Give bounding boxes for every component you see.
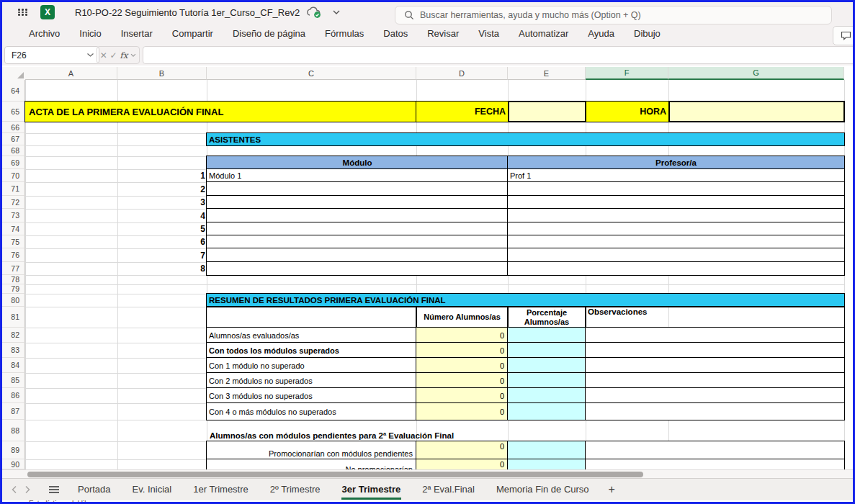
prev-sheet-icon[interactable] [11, 485, 17, 494]
acta-title-cell[interactable]: ACTA DE LA PRIMERA EVALUACIÓN FINAL [25, 102, 416, 122]
resumen-value-cell[interactable]: 0 [416, 388, 508, 403]
row-header-88[interactable]: 88 [2, 420, 25, 441]
row-header-89[interactable]: 89 [2, 441, 25, 459]
column-header-E[interactable]: E [508, 67, 586, 80]
pendientes-percent-cell[interactable] [508, 441, 586, 459]
row-header-64[interactable]: 64 [2, 80, 25, 102]
app-launcher-icon[interactable] [18, 9, 28, 16]
resumen-observaciones-cell[interactable] [586, 403, 844, 420]
row-header-66[interactable]: 66 [2, 122, 25, 133]
sheet-tab-2-eval-final[interactable]: 2ª Eval.Final [421, 480, 475, 500]
document-title[interactable]: R10-PO-22 Seguimiento Tutoría 1er_Curso_… [75, 7, 300, 18]
resumen-percent-cell[interactable] [508, 358, 586, 373]
row-header-76[interactable]: 76 [2, 248, 25, 262]
resumen-observaciones-cell[interactable] [586, 358, 844, 373]
row-header-68[interactable]: 68 [2, 145, 25, 156]
row-header-74[interactable]: 74 [2, 222, 25, 235]
row-header-86[interactable]: 86 [2, 388, 25, 403]
modulo-cell[interactable]: Módulo 1 [207, 169, 508, 182]
resumen-label-cell[interactable]: Con 2 módulos no superados [207, 373, 416, 388]
comments-button[interactable] [833, 26, 855, 45]
row-header-71[interactable]: 71 [2, 182, 25, 196]
insert-function-icon[interactable]: fx [120, 50, 127, 60]
sheet-tab-1er-trimestre[interactable]: 1er Trimestre [192, 480, 249, 500]
profesor-cell[interactable] [508, 222, 844, 235]
profesor-cell[interactable] [508, 262, 844, 275]
workbook-statistics-label[interactable]: Estadísticas del libro [29, 500, 95, 504]
select-all-corner[interactable] [2, 67, 26, 81]
hora-label-cell[interactable]: HORA [586, 102, 668, 122]
menu-item-dibujo[interactable]: Dibujo [634, 28, 661, 39]
name-box[interactable]: F26 [4, 46, 99, 64]
pendientes-observaciones-cell[interactable] [586, 441, 844, 459]
row-header-82[interactable]: 82 [2, 328, 25, 343]
resumen-observaciones-cell[interactable] [586, 388, 844, 403]
resumen-value-cell[interactable]: 0 [416, 373, 508, 388]
column-header-G[interactable]: G [668, 67, 844, 80]
profesor-cell[interactable] [508, 182, 844, 196]
row-header-85[interactable]: 85 [2, 373, 25, 388]
horizontal-scrollbar-thumb[interactable] [27, 472, 643, 477]
row-header-75[interactable]: 75 [2, 235, 25, 248]
menu-item-vista[interactable]: Vista [478, 28, 499, 39]
title-dropdown-chevron-icon[interactable] [332, 9, 341, 15]
resumen-label-cell[interactable]: Con 1 módulo no superado [207, 358, 416, 373]
resumen-header-cell[interactable]: RESUMEN DE RESULTADOS PRIMERA EVALUACIÓN… [207, 294, 844, 307]
sheet-tab-memoria-fin-de-curso[interactable]: Memoria Fin de Curso [496, 480, 590, 500]
pendientes-title-cell[interactable]: Alumnos/as con módulos pendientes para 2… [207, 420, 653, 441]
resumen-observaciones-cell[interactable] [586, 373, 844, 388]
modulo-column-header[interactable]: Módulo [207, 156, 508, 169]
column-header-D[interactable]: D [416, 67, 508, 80]
resumen-value-cell[interactable]: 0 [416, 328, 508, 343]
resumen-blank-header[interactable] [207, 307, 416, 328]
profesor-cell[interactable] [508, 248, 844, 262]
search-input[interactable]: Buscar herramientas, ayuda y mucho más (… [395, 6, 832, 24]
modulo-cell[interactable] [207, 196, 508, 209]
profesor-column-header[interactable]: Profesor/a [508, 156, 844, 169]
row-header-84[interactable]: 84 [2, 358, 25, 373]
formula-input[interactable] [143, 46, 855, 64]
modulo-cell[interactable] [207, 209, 508, 222]
resumen-label-cell[interactable]: Con todos los módulos superados [207, 343, 416, 358]
modulo-cell[interactable] [207, 182, 508, 196]
resumen-label-cell[interactable]: Con 3 módulos no superados [207, 388, 416, 403]
resumen-percent-cell[interactable] [508, 328, 586, 343]
column-header-A[interactable]: A [25, 67, 117, 80]
resumen-observaciones-cell[interactable] [586, 343, 844, 358]
resumen-percent-cell[interactable] [508, 373, 586, 388]
profesor-cell[interactable] [508, 235, 844, 248]
sheet-tab-ev-inicial[interactable]: Ev. Inicial [132, 480, 173, 500]
fecha-value-cell[interactable] [508, 101, 586, 122]
sheet-tab-portada[interactable]: Portada [77, 480, 112, 500]
resumen-value-cell[interactable]: 0 [416, 343, 508, 358]
resumen-label-cell[interactable]: Alumnos/as evaluados/as [207, 328, 416, 343]
column-header-B[interactable]: B [117, 67, 207, 80]
resumen-value-cell[interactable]: 0 [416, 358, 508, 373]
menu-item-datos[interactable]: Datos [383, 28, 408, 39]
fecha-label-cell[interactable]: FECHA [416, 102, 508, 122]
profesor-cell[interactable] [508, 196, 844, 209]
menu-item-insertar[interactable]: Insertar [121, 28, 153, 39]
sheet-list-icon[interactable] [48, 485, 60, 494]
enter-icon[interactable]: ✓ [110, 50, 117, 60]
pendientes-value-cell[interactable]: 0 [416, 441, 508, 459]
menu-item-ayuda[interactable]: Ayuda [588, 28, 614, 39]
row-header-83[interactable]: 83 [2, 343, 25, 358]
modulo-cell[interactable] [207, 262, 508, 275]
row-header-78[interactable]: 78 [2, 275, 25, 284]
row-header-70[interactable]: 70 [2, 169, 25, 182]
column-header-C[interactable]: C [207, 67, 416, 80]
asistentes-header-cell[interactable]: ASISTENTES [207, 133, 844, 145]
resumen-percent-cell[interactable] [508, 343, 586, 358]
row-header-81[interactable]: 81 [2, 307, 25, 328]
menu-item-diseño-de-página[interactable]: Diseño de página [233, 28, 305, 39]
menu-item-revisar[interactable]: Revisar [427, 28, 459, 39]
add-sheet-button[interactable]: + [609, 483, 615, 496]
resumen-label-cell[interactable]: Con 4 o más módulos no superados [207, 403, 416, 420]
row-header-90[interactable]: 90 [2, 459, 25, 469]
pendientes-label-cell[interactable]: Promocionarían con módulos pendientes [207, 441, 416, 459]
sheet-tab-3er-trimestre[interactable]: 3er Trimestre [341, 480, 402, 500]
row-header-80[interactable]: 80 [2, 294, 25, 307]
resumen-observaciones-cell[interactable] [586, 328, 844, 343]
column-header-F[interactable]: F [586, 67, 668, 80]
